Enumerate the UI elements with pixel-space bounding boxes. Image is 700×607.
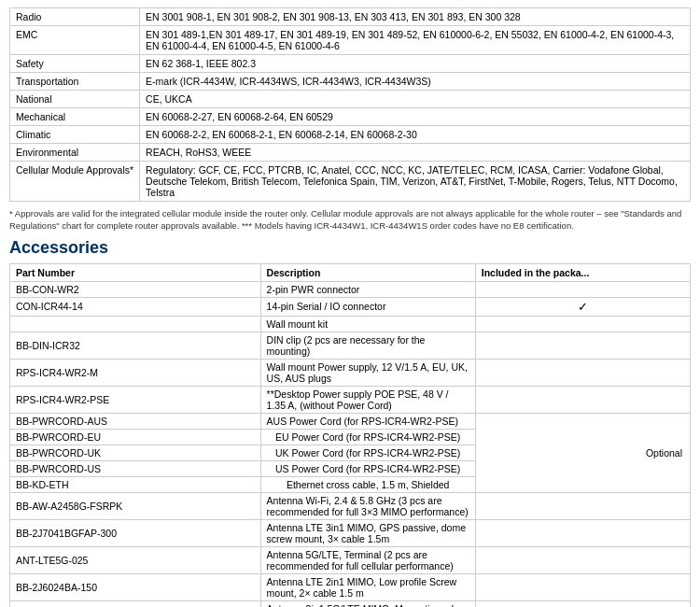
table-row: BB-PWRCORD-AUSAUS Power Cord (for RPS-IC… xyxy=(10,413,691,429)
part-number: RPS-ICR4-WR2-M xyxy=(10,359,261,386)
compliance-value: Regulatory: GCF, CE, FCC, PTCRB, IC, Ana… xyxy=(140,162,691,202)
main-wrapper: RadioEN 3001 908-1, EN 301 908-2, EN 301… xyxy=(0,0,700,607)
compliance-label: Radio xyxy=(10,8,140,26)
included-cell xyxy=(475,546,690,573)
compliance-label: Cellular Module Approvals* xyxy=(10,162,140,202)
compliance-value: E-mark (ICR-4434W, ICR-4434WS, ICR-4434W… xyxy=(140,73,691,91)
compliance-label: Safety xyxy=(10,55,140,73)
table-row: BB-2J7041BGFAP-300Antenna LTE 3in1 MIMO,… xyxy=(10,519,691,546)
accessories-col-header: Included in the packa... xyxy=(475,263,690,281)
part-number: ANT-LTE5G-025 xyxy=(10,546,261,573)
included-cell xyxy=(475,332,690,359)
included-cell: Optional xyxy=(475,413,690,492)
accessories-table: Part NumberDescriptionIncluded in the pa… xyxy=(9,263,691,607)
table-row: RPS-ICR4-WR2-PSE**Desktop Power supply P… xyxy=(10,386,691,413)
table-row: BB-AW-A2458G-FSRPKAntenna Wi-Fi, 2.4 & 5… xyxy=(10,492,691,519)
compliance-label: Environmental xyxy=(10,144,140,162)
part-number: BB-AW-A2458G-FSRPK xyxy=(10,492,261,519)
included-cell xyxy=(475,600,690,607)
table-row: RPS-ICR4-WR2-MWall mount Power supply, 1… xyxy=(10,359,691,386)
description: US Power Cord (for RPS-ICR4-WR2-PSE) xyxy=(260,460,475,476)
compliance-label: Transportation xyxy=(10,73,140,91)
included-cell xyxy=(475,359,690,386)
part-number: CON-ICR44-14 xyxy=(10,297,261,316)
table-row: BB-CON-WR22-pin PWR connector xyxy=(10,281,691,297)
table-row: CON-ICR44-1414-pin Serial / IO connector… xyxy=(10,297,691,316)
accessories-col-header: Part Number xyxy=(10,263,261,281)
part-number: BB-PWRCORD-US xyxy=(10,460,261,476)
description: Antenna 2in1 5G/LTE MIMO, Magnetic and A… xyxy=(260,600,475,607)
description: DIN clip (2 pcs are necessary for the mo… xyxy=(260,332,475,359)
included-cell xyxy=(475,519,690,546)
part-number xyxy=(10,316,261,332)
compliance-value: REACH, RoHS3, WEEE xyxy=(140,144,691,162)
part-number: BB-CON-WR2 xyxy=(10,281,261,297)
compliance-label: EMC xyxy=(10,26,140,55)
part-number: BB-2J7041BGFAP-300 xyxy=(10,519,261,546)
compliance-value: EN 60068-2-2, EN 60068-2-1, EN 60068-2-1… xyxy=(140,126,691,144)
included-cell xyxy=(475,386,690,413)
part-number: BB-2J6024BA-150 xyxy=(10,573,261,600)
included-cell xyxy=(475,492,690,519)
description: Antenna LTE 3in1 MIMO, GPS passive, dome… xyxy=(260,519,475,546)
compliance-label: National xyxy=(10,91,140,108)
compliance-value: EN 62 368-1, IEEE 802.3 xyxy=(140,55,691,73)
compliance-value: EN 60068-2-27, EN 60068-2-64, EN 60529 xyxy=(140,108,691,126)
part-number: BB-2J6983MPA-150 xyxy=(10,600,261,607)
description: EU Power Cord (for RPS-ICR4-WR2-PSE) xyxy=(260,429,475,445)
description: UK Power Cord (for RPS-ICR4-WR2-PSE) xyxy=(260,445,475,460)
part-number: BB-PWRCORD-UK xyxy=(10,445,261,460)
description: Wall mount Power supply, 12 V/1.5 A, EU,… xyxy=(260,359,475,386)
part-number: BB-KD-ETH xyxy=(10,476,261,492)
description: Antenna Wi-Fi, 2.4 & 5.8 GHz (3 pcs are … xyxy=(260,492,475,519)
included-cell xyxy=(475,573,690,600)
part-number: RPS-ICR4-WR2-PSE xyxy=(10,386,261,413)
table-row: BB-2J6983MPA-150Antenna 2in1 5G/LTE MIMO… xyxy=(10,600,691,607)
table-row: BB-2J6024BA-150Antenna LTE 2in1 MIMO, Lo… xyxy=(10,573,691,600)
table-row: BB-DIN-ICR32DIN clip (2 pcs are necessar… xyxy=(10,332,691,359)
description: 14-pin Serial / IO connector xyxy=(260,297,475,316)
description: Ethernet cross cable, 1.5 m, Shielded xyxy=(260,476,475,492)
compliance-value: EN 3001 908-1, EN 301 908-2, EN 301 908-… xyxy=(140,8,691,26)
compliance-value: CE, UKCA xyxy=(140,91,691,108)
part-number: BB-DIN-ICR32 xyxy=(10,332,261,359)
description: Antenna 5G/LTE, Terminal (2 pcs are reco… xyxy=(260,546,475,573)
compliance-note: * Approvals are valid for the integrated… xyxy=(9,207,691,233)
description: Wall mount kit xyxy=(260,316,475,332)
accessories-col-header: Description xyxy=(260,263,475,281)
part-number: BB-PWRCORD-AUS xyxy=(10,413,261,429)
included-cell xyxy=(475,281,690,297)
compliance-table: RadioEN 3001 908-1, EN 301 908-2, EN 301… xyxy=(9,7,691,202)
description: Antenna LTE 2in1 MIMO, Low profile Screw… xyxy=(260,573,475,600)
checkmark-icon: ✓ xyxy=(578,300,588,314)
description: **Desktop Power supply POE PSE, 48 V / 1… xyxy=(260,386,475,413)
compliance-label: Mechanical xyxy=(10,108,140,126)
description: AUS Power Cord (for RPS-ICR4-WR2-PSE) xyxy=(260,413,475,429)
description: 2-pin PWR connector xyxy=(260,281,475,297)
included-cell: ✓ xyxy=(475,297,690,316)
compliance-label: Climatic xyxy=(10,126,140,144)
compliance-value: EN 301 489-1,EN 301 489-17, EN 301 489-1… xyxy=(140,26,691,55)
included-cell xyxy=(475,316,690,332)
part-number: BB-PWRCORD-EU xyxy=(10,429,261,445)
accessories-title: Accessories xyxy=(9,238,691,258)
table-row: ANT-LTE5G-025Antenna 5G/LTE, Terminal (2… xyxy=(10,546,691,573)
table-row: Wall mount kit xyxy=(10,316,691,332)
